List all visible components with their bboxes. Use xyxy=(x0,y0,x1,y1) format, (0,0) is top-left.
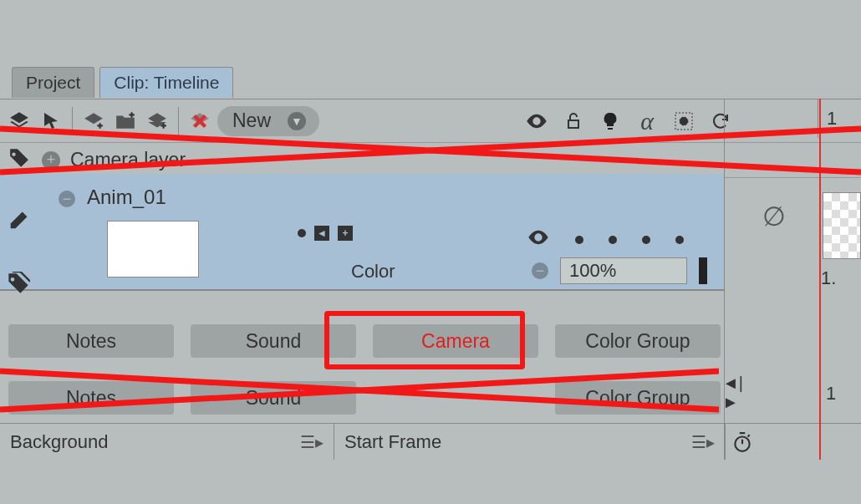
add-folder-icon[interactable] xyxy=(111,107,140,135)
dot-icon[interactable] xyxy=(675,236,684,244)
alpha-icon[interactable]: α xyxy=(633,107,661,135)
new-layer-dropdown[interactable]: New ▼ xyxy=(217,106,319,136)
column-headers: α xyxy=(522,107,735,135)
opacity-control: − 100% xyxy=(532,257,707,284)
background-label: Background xyxy=(10,431,108,453)
layer-dots-right xyxy=(527,226,684,253)
duplicate-layer-icon[interactable] xyxy=(143,107,171,135)
track-buttons-row2: Notes Sound Color Group xyxy=(8,381,721,415)
dot-icon[interactable] xyxy=(298,229,306,237)
decrease-opacity-icon[interactable]: − xyxy=(532,262,548,279)
visibility-icon[interactable] xyxy=(522,107,551,135)
opacity-input[interactable]: 100% xyxy=(560,257,687,284)
visibility-dot-icon[interactable] xyxy=(527,226,550,253)
layers-icon[interactable] xyxy=(5,107,33,135)
notes-button[interactable]: Notes xyxy=(8,381,174,415)
collapse-icon[interactable]: − xyxy=(59,191,75,207)
timeline-track-area[interactable] xyxy=(724,99,861,460)
expand-icon[interactable]: + xyxy=(42,151,60,170)
start-frame-label: Start Frame xyxy=(344,431,441,453)
tag-icon xyxy=(8,147,30,174)
color-group-button[interactable]: Color Group xyxy=(555,381,721,415)
playhead[interactable] xyxy=(819,99,821,460)
color-group-button[interactable]: Color Group xyxy=(555,324,721,358)
svg-rect-0 xyxy=(568,120,578,128)
chevron-down-icon: ▼ xyxy=(288,112,306,130)
layer-dots-mid: ◄ + xyxy=(298,226,353,241)
onion-after-icon[interactable]: + xyxy=(338,226,353,241)
side-tool-icons xyxy=(7,209,30,301)
tab-project[interactable]: Project xyxy=(12,67,94,98)
add-layer-icon[interactable] xyxy=(79,107,108,135)
camera-button[interactable]: Camera xyxy=(373,324,538,358)
eraser-icon[interactable] xyxy=(7,209,30,238)
layer-name-label[interactable]: Anim_01 xyxy=(87,186,166,209)
separator xyxy=(178,107,179,135)
notes-button[interactable]: Notes xyxy=(8,324,174,358)
lock-icon[interactable] xyxy=(559,107,588,135)
layer-thumbnail[interactable] xyxy=(107,221,199,277)
pointer-icon[interactable] xyxy=(37,107,65,135)
track-buttons-row1: Notes Sound Camera Color Group xyxy=(8,324,721,358)
color-label: Color xyxy=(351,261,395,283)
sound-button[interactable]: Sound xyxy=(191,324,356,358)
tab-clip-timeline[interactable]: Clip: Timeline xyxy=(99,67,233,98)
delete-layer-icon[interactable] xyxy=(186,107,214,135)
start-frame-dropdown[interactable]: Start Frame ☰▸ xyxy=(334,424,726,460)
tags-icon[interactable] xyxy=(7,272,30,301)
panel-tabs: Project Clip: Timeline xyxy=(12,67,233,98)
opacity-swatch[interactable] xyxy=(699,257,707,284)
menu-icon: ☰▸ xyxy=(300,432,324,452)
background-dropdown[interactable]: Background ☰▸ xyxy=(0,424,334,460)
sound-button[interactable]: Sound xyxy=(191,381,356,415)
new-label: New xyxy=(232,109,271,132)
blend-icon[interactable] xyxy=(670,107,698,135)
svg-point-2 xyxy=(680,117,688,125)
onion-before-icon[interactable]: ◄ xyxy=(314,226,329,241)
selected-layer-row[interactable]: − Anim_01 ◄ + Color − 100% xyxy=(0,174,724,291)
camera-layer-label: Camera layer xyxy=(70,149,186,171)
menu-icon: ☰▸ xyxy=(691,432,715,452)
dot-icon[interactable] xyxy=(642,236,650,244)
lightbulb-icon[interactable] xyxy=(596,107,624,135)
dot-icon[interactable] xyxy=(609,236,617,244)
separator xyxy=(72,107,73,135)
dot-icon[interactable] xyxy=(575,236,583,244)
